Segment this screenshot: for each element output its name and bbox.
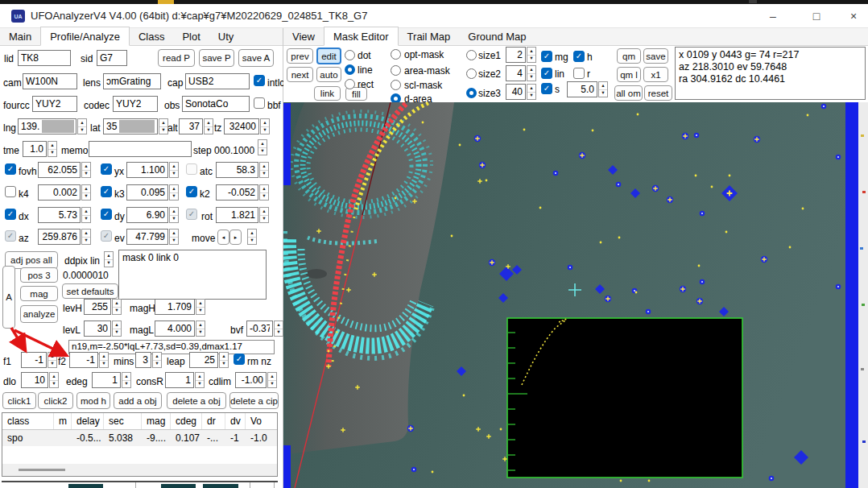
levh-field[interactable] bbox=[84, 299, 111, 315]
minimize-button[interactable]: – bbox=[755, 4, 791, 27]
auto-button[interactable]: auto bbox=[316, 67, 341, 82]
area-mask-radio[interactable] bbox=[391, 65, 401, 76]
column-header[interactable]: m bbox=[54, 413, 72, 429]
column-header[interactable]: sec bbox=[104, 413, 142, 429]
yx-field[interactable] bbox=[126, 162, 168, 178]
tab-class[interactable]: Class bbox=[130, 27, 174, 45]
edit-button[interactable]: edit bbox=[316, 48, 341, 64]
rot-checkbox[interactable] bbox=[186, 209, 197, 220]
scrollbar-thumb[interactable] bbox=[19, 469, 65, 471]
pos-3-button[interactable]: pos 3 bbox=[20, 267, 58, 283]
spin-down-button[interactable] bbox=[260, 216, 268, 223]
spin-down-button[interactable] bbox=[248, 238, 256, 245]
yx-checkbox[interactable] bbox=[101, 163, 112, 175]
tab-mask-editor[interactable]: Mask Editor bbox=[324, 27, 399, 46]
analyze-button[interactable]: analyze bbox=[20, 305, 58, 323]
spin-down-button[interactable] bbox=[205, 127, 213, 134]
k2-checkbox[interactable] bbox=[186, 186, 197, 197]
click2-button[interactable]: click2 bbox=[38, 392, 73, 409]
add-a-obj-button[interactable]: add a obj bbox=[114, 392, 162, 409]
fovh-checkbox[interactable] bbox=[5, 163, 16, 175]
mg-checkbox[interactable] bbox=[541, 51, 552, 62]
spin-up-button[interactable] bbox=[170, 185, 178, 193]
spin-up-button[interactable] bbox=[82, 208, 90, 216]
spin-down-button[interactable] bbox=[122, 381, 130, 388]
s-checkbox[interactable] bbox=[541, 83, 552, 94]
spin-down-button[interactable] bbox=[220, 361, 228, 368]
az-field[interactable] bbox=[38, 229, 81, 245]
spin-down-button[interactable] bbox=[82, 238, 90, 245]
spin-down-button[interactable] bbox=[196, 308, 205, 315]
spin-down-button[interactable] bbox=[78, 127, 86, 134]
read-p-button[interactable]: read P bbox=[158, 49, 195, 67]
spin-up-button[interactable] bbox=[153, 353, 161, 361]
spin-down-button[interactable] bbox=[527, 93, 535, 100]
qm-button[interactable]: qm bbox=[617, 48, 641, 64]
spin-down-button[interactable] bbox=[260, 171, 268, 178]
r-checkbox[interactable] bbox=[573, 68, 585, 79]
spin-up-button[interactable] bbox=[48, 142, 56, 150]
cam-field[interactable] bbox=[23, 73, 77, 89]
f2-field[interactable] bbox=[69, 352, 98, 368]
size3-field[interactable] bbox=[506, 84, 526, 100]
dlo-field[interactable] bbox=[21, 372, 48, 388]
lid-field[interactable] bbox=[18, 50, 71, 66]
save-a-button[interactable]: save A bbox=[238, 49, 274, 67]
rot-field[interactable] bbox=[216, 207, 258, 223]
spin-down-button[interactable] bbox=[599, 90, 607, 97]
spin-down-button[interactable] bbox=[268, 381, 276, 388]
memo-field[interactable] bbox=[89, 141, 192, 157]
tab-plot[interactable]: Plot bbox=[173, 27, 209, 45]
tab-trail-map[interactable]: Trail Map bbox=[399, 27, 460, 45]
intlc-checkbox[interactable] bbox=[254, 75, 265, 86]
obs-field[interactable] bbox=[182, 96, 250, 112]
spin-up-button[interactable] bbox=[260, 163, 268, 171]
size2-radio[interactable] bbox=[466, 68, 477, 79]
table-row[interactable]: spo-0.5...5.038-9....0.107-...-1-1.0 bbox=[2, 430, 277, 446]
link-button[interactable]: link bbox=[314, 86, 341, 101]
save-button[interactable]: save bbox=[643, 48, 668, 64]
column-header[interactable]: mag bbox=[142, 413, 171, 429]
spin-up-button[interactable] bbox=[48, 353, 56, 361]
a-button[interactable]: A bbox=[2, 266, 15, 329]
spin-down-button[interactable] bbox=[113, 329, 121, 337]
spin-up-button[interactable] bbox=[599, 82, 607, 90]
lin-checkbox[interactable] bbox=[541, 68, 552, 79]
rm-nz-checkbox[interactable] bbox=[234, 354, 245, 365]
tab-main[interactable]: Main bbox=[0, 27, 40, 45]
click1-button[interactable]: click1 bbox=[2, 392, 36, 409]
spin-down-button[interactable] bbox=[48, 361, 56, 368]
line-radio[interactable] bbox=[345, 64, 355, 75]
spin-down-button[interactable] bbox=[261, 127, 269, 134]
horizontal-scrollbar[interactable] bbox=[2, 464, 277, 476]
tab-view[interactable]: View bbox=[283, 27, 324, 45]
alt-field[interactable] bbox=[179, 118, 203, 134]
all-om-button[interactable]: all om bbox=[614, 85, 643, 101]
spin-down-button[interactable] bbox=[82, 171, 90, 178]
spin-up-button[interactable] bbox=[170, 230, 178, 238]
size1-radio[interactable] bbox=[466, 50, 477, 60]
meteor-image-view[interactable] bbox=[283, 102, 858, 488]
dy-checkbox[interactable] bbox=[101, 209, 112, 220]
spin-down-button[interactable] bbox=[159, 127, 167, 134]
ev-checkbox[interactable] bbox=[101, 230, 112, 242]
spin-up-button[interactable] bbox=[248, 230, 256, 238]
spin-down-button[interactable] bbox=[275, 329, 283, 337]
spin-up-button[interactable] bbox=[196, 300, 205, 308]
size2-field[interactable] bbox=[506, 65, 526, 81]
cap-field[interactable] bbox=[185, 73, 250, 89]
spin-up-button[interactable] bbox=[196, 373, 204, 381]
magh-field[interactable] bbox=[155, 299, 195, 315]
mod-h-button[interactable]: mod h bbox=[76, 392, 110, 409]
spin-down-button[interactable] bbox=[105, 260, 113, 267]
levl-field[interactable] bbox=[84, 321, 111, 337]
spin-down-button[interactable] bbox=[50, 381, 58, 388]
k2-field[interactable] bbox=[216, 184, 258, 201]
codec-field[interactable] bbox=[113, 96, 158, 112]
spin-up-button[interactable] bbox=[527, 48, 535, 56]
tab-uty[interactable]: Uty bbox=[209, 27, 243, 45]
mins-field[interactable] bbox=[135, 352, 151, 368]
tab-ground-map[interactable]: Ground Map bbox=[459, 27, 535, 45]
spin-down-button[interactable] bbox=[100, 361, 108, 368]
column-header[interactable]: delay bbox=[72, 413, 104, 429]
